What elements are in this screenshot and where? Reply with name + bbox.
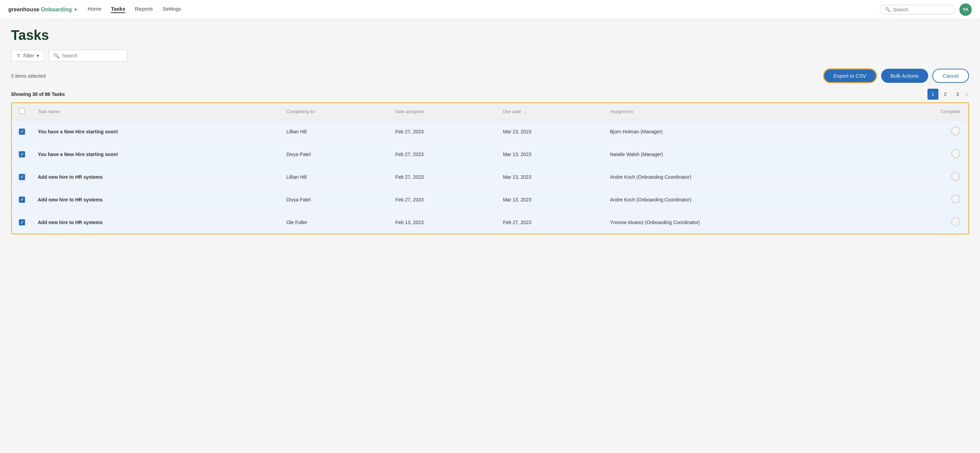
table-row: Add new hire to HR systems Divya Patel F… [12,188,968,211]
nav-links: Home Tasks Reports Settings [88,6,869,13]
page-content: Tasks ⚗ Filter ▾ 🔍 5 items selected Expo… [0,19,980,242]
row-due-date: Mar 13, 2023 [498,120,605,143]
row-checkbox-cell [12,188,32,211]
row-date-assigned: Feb 27, 2023 [390,120,497,143]
nav-link-home[interactable]: Home [88,6,101,13]
row-task-name: You have a New Hire starting soon! [32,120,281,143]
nav-link-tasks[interactable]: Tasks [111,6,125,13]
header-complete: Complete [879,103,968,120]
export-csv-button[interactable]: Export to CSV [823,69,877,83]
row-task-name: Add new hire to HR systems [32,166,281,188]
logo-text: greenhouse [8,6,40,13]
page-3-button[interactable]: 3 [952,89,963,100]
header-due-date[interactable]: Due date ↓ [498,103,605,120]
items-selected-label: 5 items selected [11,73,46,79]
filter-button[interactable]: ⚗ Filter ▾ [11,50,44,62]
top-navigation: greenhouse Onboarding ▾ Home Tasks Repor… [0,0,980,19]
row-assigned-to: Natalie Walsh (Manager) [605,143,879,166]
row-assigned-to: Andre Koch (Onboarding Coordinator) [605,166,879,188]
header-checkbox-col [12,103,32,120]
row-completing-for: Lillian Hill [281,120,390,143]
showing-bar: Showing 30 of 86 Tasks 1 2 3 › [11,89,969,100]
complete-button[interactable] [951,195,960,204]
page-title: Tasks [11,27,969,43]
row-complete-cell [879,211,968,234]
row-complete-cell [879,166,968,188]
row-assigned-to: Bjorn Holman (Manager) [605,120,879,143]
header-completing-for: Completing for [281,103,390,120]
row-task-name: Add new hire to HR systems [32,188,281,211]
row-complete-cell [879,120,968,143]
header-date-assigned: Date assigned [390,103,497,120]
header-task-name: Task name [32,103,281,120]
row-due-date: Mar 13, 2023 [498,143,605,166]
pagination: 1 2 3 › [928,89,969,100]
select-all-checkbox[interactable] [19,108,25,114]
table-search-input[interactable] [62,53,122,58]
row-checkbox-cell [12,211,32,234]
logo-green: Onboarding [41,6,72,13]
row-complete-cell [879,188,968,211]
nav-link-reports[interactable]: Reports [135,6,153,13]
row-date-assigned: Feb 27, 2023 [390,166,497,188]
table-search-icon: 🔍 [54,53,59,58]
logo-chevron-icon: ▾ [75,7,76,12]
row-date-assigned: Feb 27, 2023 [390,143,497,166]
row-date-assigned: Feb 13, 2023 [390,211,497,234]
pagination-next-icon[interactable]: › [964,91,969,97]
global-search-box[interactable]: 🔍 [880,5,955,14]
logo[interactable]: greenhouse Onboarding ▾ [8,6,76,13]
toolbar: ⚗ Filter ▾ 🔍 [11,50,969,62]
complete-button[interactable] [951,149,960,158]
row-checkbox-cell [12,120,32,143]
row-due-date: Mar 13, 2023 [498,166,605,188]
row-completing-for: Divya Patel [281,188,390,211]
filter-chevron-icon: ▾ [37,53,39,58]
nav-right: 🔍 YA [880,3,972,16]
row-checkbox[interactable] [19,129,25,135]
table-row: Add new hire to HR systems Lillian Hill … [12,166,968,188]
row-checkbox-cell [12,143,32,166]
row-completing-for: Lillian Hill [281,166,390,188]
table-row: You have a New Hire starting soon! Lilli… [12,120,968,143]
user-avatar[interactable]: YA [959,3,972,16]
row-checkbox[interactable] [19,219,25,225]
tasks-table-wrapper: Task name Completing for Date assigned D… [11,102,969,234]
tasks-table: Task name Completing for Date assigned D… [12,103,968,234]
table-header: Task name Completing for Date assigned D… [12,103,968,120]
header-assigned-to: Assigned to [605,103,879,120]
row-assigned-to: Ynonne Alvarez (Onboarding Coordinator) [605,211,879,234]
page-1-button[interactable]: 1 [928,89,939,100]
row-due-date: Mar 13, 2023 [498,188,605,211]
filter-icon: ⚗ [16,53,21,58]
row-date-assigned: Feb 27, 2023 [390,188,497,211]
table-search-box[interactable]: 🔍 [48,50,127,62]
nav-link-settings[interactable]: Settings [162,6,181,13]
table-row: You have a New Hire starting soon! Divya… [12,143,968,166]
row-checkbox-cell [12,166,32,188]
action-buttons: Export to CSV Bulk Actions Cancel [823,69,969,83]
showing-text: Showing 30 of 86 Tasks [11,91,65,97]
page-2-button[interactable]: 2 [940,89,951,100]
row-completing-for: Ole Fuller [281,211,390,234]
row-checkbox[interactable] [19,196,25,203]
row-task-name: Add new hire to HR systems [32,211,281,234]
table-body: You have a New Hire starting soon! Lilli… [12,120,968,234]
complete-button[interactable] [951,217,960,226]
row-checkbox[interactable] [19,151,25,158]
complete-button[interactable] [951,126,960,136]
sort-icon: ↓ [523,110,526,114]
table-row: Add new hire to HR systems Ole Fuller Fe… [12,211,968,234]
row-complete-cell [879,143,968,166]
cancel-button[interactable]: Cancel [932,69,969,83]
complete-button[interactable] [951,172,960,181]
row-assigned-to: Andre Koch (Onboarding Coordinator) [605,188,879,211]
row-completing-for: Divya Patel [281,143,390,166]
filter-label: Filter [23,53,34,58]
row-task-name: You have a New Hire starting soon! [32,143,281,166]
global-search-input[interactable] [893,7,950,13]
search-icon: 🔍 [885,7,890,12]
bulk-actions-button[interactable]: Bulk Actions [881,69,929,83]
row-checkbox[interactable] [19,174,25,180]
row-due-date: Feb 27, 2023 [498,211,605,234]
